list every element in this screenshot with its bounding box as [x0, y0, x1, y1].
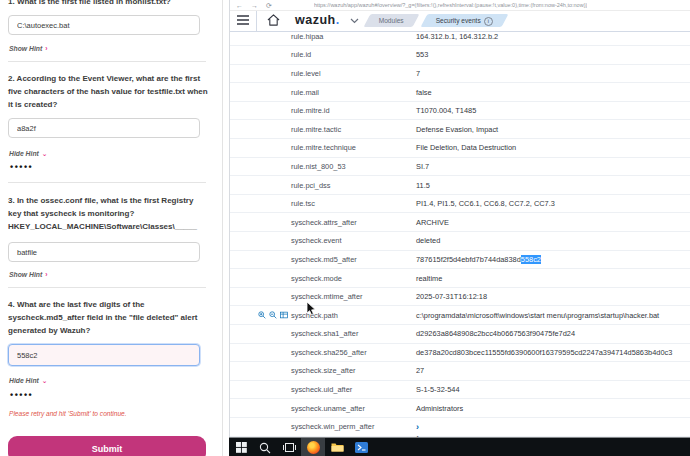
field-value: 553 [416, 50, 428, 59]
field-value: d29263a8648908c2bcc4b0667563f90475fe7d24 [416, 329, 575, 338]
back-icon[interactable]: ← [236, 2, 243, 9]
question-1-text: 1. What is the first file listed in monl… [8, 0, 208, 8]
divider [8, 287, 206, 288]
table-row: rule.nist_800_53SI.7 [230, 158, 690, 177]
forward-icon[interactable]: → [251, 2, 258, 9]
table-row: syscheck.size_after27 [230, 362, 690, 381]
field-name: rule.mitre.technique [291, 143, 416, 152]
breadcrumb-modules[interactable]: Modules [367, 14, 416, 27]
field-value: 2025-07-31T16:12:18 [416, 292, 487, 301]
task-view-icon[interactable] [277, 438, 301, 456]
breadcrumb-security-events[interactable]: Security eventsi [424, 14, 505, 27]
table-row: rule.level7 [230, 65, 690, 84]
question-4-hide-hint-link[interactable]: Hide Hint⌄ [9, 377, 48, 385]
submit-button[interactable]: Submit [8, 436, 206, 456]
field-name: syscheck.mtime_after [291, 292, 416, 301]
browser-window: ← → ⟳ https://wazuh/app/wazuh#/overview/… [229, 0, 690, 437]
field-value: File Deletion, Data Destruction [416, 143, 516, 152]
question-4-text: 4. What are the last five digits of the … [8, 298, 208, 337]
filter-for-value-icon[interactable] [258, 311, 266, 319]
table-row: rule.mailfalse [230, 83, 690, 102]
logo-dot: . [336, 13, 340, 27]
table-row: rule.mitre.idT1070.004, T1485 [230, 102, 690, 121]
field-value: Defense Evasion, Impact [416, 125, 498, 134]
table-row: rule.mitre.tacticDefense Evasion, Impact [230, 120, 690, 139]
field-value: 164.312.b.1, 164.312.b.2 [416, 32, 498, 41]
field-value: 787615f2f5d4ebfd7b744da838d558c2 [416, 255, 541, 264]
field-value: ARCHIVE [416, 218, 449, 227]
chevron-right-icon: › [45, 45, 47, 52]
question-2-hint-dots: ••••• [10, 162, 33, 172]
question-1-show-hint-link[interactable]: Show Hint› [9, 45, 48, 52]
field-name: rule.tsc [291, 199, 416, 208]
file-explorer-icon[interactable] [325, 438, 349, 456]
taskbar [229, 437, 690, 456]
question-3-show-hint-link[interactable]: Show Hint› [9, 271, 48, 278]
table-row: syscheck.uid_afterS-1-5-32-544 [230, 381, 690, 400]
table-row: syscheck.pathc:\programdata\microsoft\wi… [230, 306, 690, 325]
mouse-cursor [306, 302, 317, 316]
event-details-table: rule.hipaa164.312.b.1, 164.312.b.2rule.i… [230, 28, 690, 437]
quiz-panel: 1. What is the first file listed in monl… [0, 0, 223, 456]
home-icon[interactable] [257, 9, 289, 31]
field-value: S-1-5-32-544 [416, 385, 460, 394]
reload-icon[interactable]: ⟳ [266, 2, 272, 9]
field-name: syscheck.event [291, 236, 416, 245]
chevron-right-icon: › [45, 271, 47, 278]
browser-chrome: ← → ⟳ https://wazuh/app/wazuh#/overview/… [230, 0, 690, 11]
field-value: c:\programdata\microsoft\windows\start m… [416, 311, 659, 320]
start-button[interactable] [229, 438, 253, 456]
field-value: 7 [416, 69, 420, 78]
expand-object-icon[interactable]: › [416, 423, 419, 431]
filter-out-value-icon[interactable] [269, 311, 277, 319]
field-value: false [416, 88, 432, 97]
info-icon[interactable]: i [484, 17, 493, 26]
wazuh-header: wazuh. Modules Security eventsi [230, 9, 690, 32]
field-value: deleted [416, 236, 440, 245]
field-name: syscheck.md5_after [291, 255, 416, 264]
field-name: syscheck.attrs_after [291, 218, 416, 227]
question-2-input[interactable] [8, 118, 200, 138]
powershell-icon[interactable] [349, 438, 373, 456]
table-row: rule.id553 [230, 46, 690, 65]
address-bar[interactable]: https://wazuh/app/wazuh#/overview/?_g=(f… [314, 2, 587, 9]
chevron-down-icon: ⌄ [42, 377, 48, 384]
field-name: syscheck.win_perm_after [291, 422, 416, 431]
table-row: syscheck.win_perm_after›{ [230, 418, 690, 437]
field-name: syscheck.uname_after [291, 404, 416, 413]
field-name: syscheck.size_after [291, 366, 416, 375]
field-name: syscheck.mode [291, 274, 416, 283]
field-value: 11.5 [416, 181, 430, 190]
question-1-input[interactable] [8, 15, 200, 35]
menu-hamburger-icon[interactable] [230, 9, 256, 31]
question-3-input[interactable] [8, 242, 200, 262]
field-value: SI.7 [416, 162, 429, 171]
field-name: syscheck.uid_after [291, 385, 416, 394]
search-icon[interactable] [253, 438, 277, 456]
field-name: rule.mitre.tactic [291, 125, 416, 134]
question-4-hint-dots: ••••• [10, 390, 33, 400]
question-4-input[interactable] [8, 344, 200, 366]
table-row: syscheck.mtime_after2025-07-31T16:12:18 [230, 288, 690, 307]
table-row: syscheck.sha256_afterde378a20cd803bcec11… [230, 344, 690, 363]
row-filter-actions[interactable] [258, 311, 288, 319]
question-3-text: 3. In the ossec.conf file, what is the f… [8, 194, 208, 233]
field-name: syscheck.sha1_after [291, 329, 416, 338]
toggle-column-icon[interactable] [280, 311, 288, 319]
chevron-down-icon: ⌄ [42, 150, 48, 157]
firefox-icon[interactable] [301, 438, 325, 456]
divider [8, 61, 206, 62]
table-row: rule.pci_dss11.5 [230, 176, 690, 195]
field-value: Administrators [416, 404, 463, 413]
field-value: T1070.004, T1485 [416, 106, 476, 115]
table-row: syscheck.eventdeleted [230, 232, 690, 251]
field-name: syscheck.sha256_after [291, 348, 416, 357]
table-row: rule.mitre.techniqueFile Deletion, Data … [230, 139, 690, 158]
wazuh-logo: wazuh. [295, 13, 340, 27]
table-row: rule.tscPI1.4, PI1.5, CC6.1, CC6.8, CC7.… [230, 195, 690, 214]
question-2-text: 2. According to the Event Viewer, what a… [8, 72, 208, 111]
field-name: rule.pci_dss [291, 181, 416, 190]
field-name: rule.mail [291, 88, 416, 97]
api-selector-chevron-icon[interactable] [350, 10, 359, 32]
question-2-hide-hint-link[interactable]: Hide Hint⌄ [9, 150, 48, 158]
